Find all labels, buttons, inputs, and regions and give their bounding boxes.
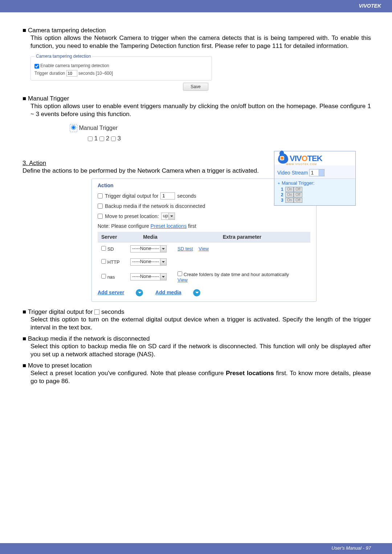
section-tdo-title: ■ Trigger digital output for seconds xyxy=(23,308,371,316)
trigger-do-seconds-input[interactable] xyxy=(160,192,175,200)
section-tamper-body: This option allows the Network Camera to… xyxy=(30,34,371,50)
th-extra: Extra parameter xyxy=(174,232,310,242)
mt-row-3: 3 On Off xyxy=(281,198,352,203)
vivotek-logo-url: WWW.VIVOTEK.COM xyxy=(286,163,355,165)
trigger-do-checkbox[interactable] xyxy=(98,193,103,198)
add-server-link[interactable]: Add server xyxy=(98,290,124,295)
section-backup-body: Select this option to backup media file … xyxy=(30,342,371,358)
section-tamper-title: ■ Camera tampering detection xyxy=(23,27,371,34)
manual-trigger-panel-title: Manual Trigger: xyxy=(277,180,352,186)
backup-media-checkbox[interactable] xyxy=(98,204,103,209)
section-move-title: ■ Move to preset location xyxy=(23,362,371,369)
mt3-on-button[interactable]: On xyxy=(285,198,294,203)
move-preset-checkbox[interactable] xyxy=(98,214,103,219)
mt2-on-button[interactable]: On xyxy=(285,192,294,197)
mt-row-1: 1 On Off xyxy=(281,187,352,192)
move-preset-select[interactable]: up xyxy=(161,213,175,220)
sd-media-select[interactable]: -----None----- xyxy=(130,245,167,253)
server-media-table: Server Media Extra parameter SD -----Non… xyxy=(98,232,310,286)
mt-row-2: 2 On Off xyxy=(281,192,352,197)
http-media-select[interactable]: -----None----- xyxy=(130,258,167,266)
enable-tamper-checkbox[interactable] xyxy=(34,64,39,69)
section-backup-title: ■ Backup media if the network is disconn… xyxy=(23,335,371,342)
vivotek-logo-row: VIVOTEK xyxy=(274,151,355,164)
mt1-on-button[interactable]: On xyxy=(285,187,294,192)
trigger-duration-input[interactable] xyxy=(66,70,77,77)
manual-trigger-panel: Manual Trigger: 1 On Off 2 On Off 3 On O… xyxy=(274,179,355,205)
sd-test-link[interactable]: SD test xyxy=(177,246,193,251)
nas-folders-checkbox[interactable] xyxy=(177,271,182,276)
table-row: SD -----None----- SD test View xyxy=(98,242,310,255)
video-stream-row: Video Stream 1 xyxy=(274,167,355,179)
vivotek-logo-icon xyxy=(278,153,288,164)
mt-checkbox-1[interactable] xyxy=(88,136,93,141)
mt-checkbox-3[interactable] xyxy=(111,136,116,141)
trigger-duration-hint: seconds [10~600] xyxy=(78,71,113,76)
http-checkbox[interactable] xyxy=(101,259,106,264)
sd-checkbox[interactable] xyxy=(101,246,106,251)
manual-trigger-checkbox-row: 1 2 3 xyxy=(88,135,371,142)
tamper-legend: Camera tampering detection xyxy=(34,54,92,59)
manual-trigger-radio[interactable] xyxy=(71,125,76,130)
footer-band: User's Manual - 97 xyxy=(0,543,392,554)
video-stream-select[interactable]: 1 xyxy=(309,169,324,176)
section-manual-title: ■ Manual Trigger xyxy=(23,95,371,102)
mt1-off-button[interactable]: Off xyxy=(294,187,302,192)
page-content: ■ Camera tampering detection This option… xyxy=(0,12,392,400)
section-manual-body: This option allows user to enable event … xyxy=(30,102,371,118)
nas-view-link[interactable]: View xyxy=(177,277,188,283)
table-row: HTTP -----None----- xyxy=(98,255,310,268)
nas-checkbox[interactable] xyxy=(101,274,106,279)
trigger-duration-label: Trigger duration xyxy=(34,71,65,76)
add-media-link[interactable]: Add media xyxy=(155,290,181,295)
preset-note: Note: Please configure Preset locations … xyxy=(92,222,316,232)
table-row: nas -----None----- Create folders by dat… xyxy=(98,268,310,286)
preset-locations-link[interactable]: Preset locations xyxy=(151,223,187,229)
arrow-down-icon xyxy=(136,289,143,296)
section-tdo-body: Select this option to turn on the extern… xyxy=(30,316,371,332)
nas-media-select[interactable]: -----None----- xyxy=(130,273,167,280)
header-brand-band: VIVOTEK xyxy=(0,0,392,12)
add-links-row: Add server Add media xyxy=(92,286,316,296)
manual-trigger-radio-label: Manual Trigger xyxy=(79,125,118,131)
inline-box-icon xyxy=(94,309,99,315)
mt2-off-button[interactable]: Off xyxy=(294,192,302,197)
save-button[interactable]: Save xyxy=(183,83,208,91)
sd-view-link[interactable]: View xyxy=(199,246,209,251)
tamper-config-box: Camera tampering detection Enable camera… xyxy=(30,54,212,90)
th-server: Server xyxy=(98,232,127,242)
arrow-down-icon xyxy=(193,289,200,296)
enable-tamper-label: Enable camera tampering detection xyxy=(40,63,109,68)
vivotek-preview-panel: VIVOTEK WWW.VIVOTEK.COM Video Stream 1 M… xyxy=(274,151,356,206)
vivotek-logo-text: VIVOTEK xyxy=(290,154,322,163)
action-row-preset: Move to preset location: up xyxy=(92,211,316,222)
mt3-off-button[interactable]: Off xyxy=(294,198,302,203)
th-media: Media xyxy=(127,232,174,242)
section-move-body: Select a preset location you've configur… xyxy=(30,369,371,385)
brand-name: VIVOTEK xyxy=(359,3,381,9)
footer-text: User's Manual - 97 xyxy=(331,545,371,551)
manual-trigger-radio-row: Manual Trigger xyxy=(70,124,371,132)
mt-checkbox-2[interactable] xyxy=(99,136,104,141)
